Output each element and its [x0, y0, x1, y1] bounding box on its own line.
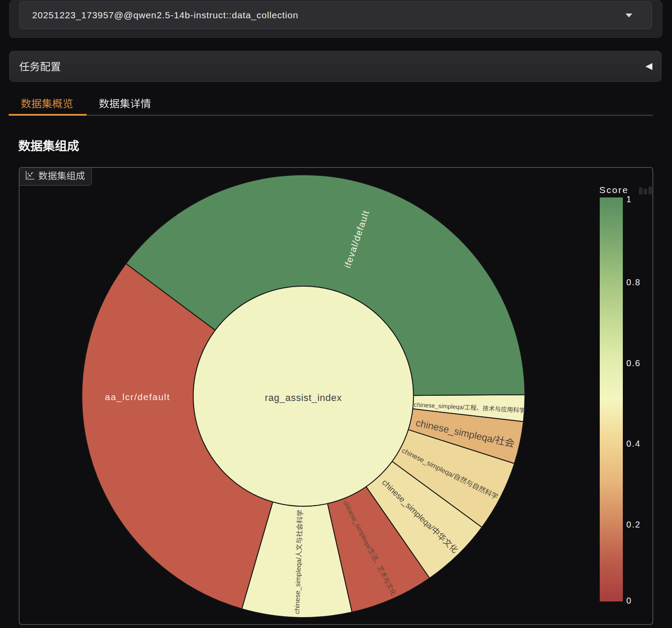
svg-text:0: 0: [626, 596, 632, 605]
svg-text:rag_assist_index: rag_assist_index: [265, 392, 342, 403]
svg-text:0.8: 0.8: [626, 277, 641, 287]
svg-text:0.2: 0.2: [626, 520, 641, 529]
svg-text:aa_lcr/default: aa_lcr/default: [105, 392, 170, 402]
svg-text:0.4: 0.4: [626, 439, 641, 448]
svg-text:0.6: 0.6: [626, 358, 641, 368]
svg-text:Score: Score: [599, 185, 628, 195]
svg-text:1: 1: [626, 194, 632, 204]
